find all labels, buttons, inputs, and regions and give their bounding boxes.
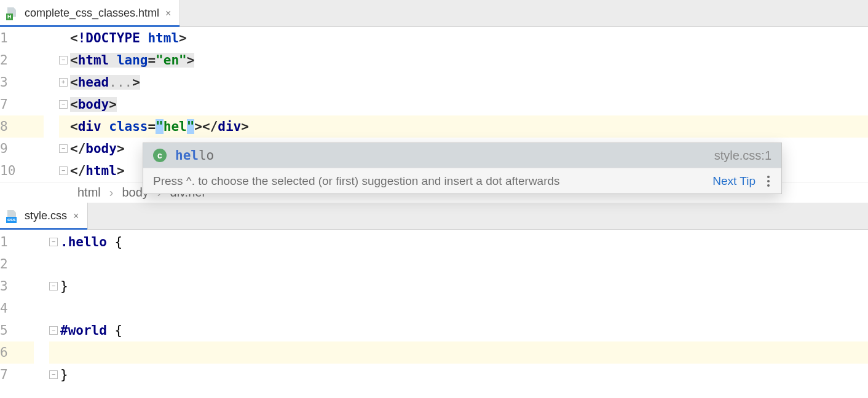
tab-label: style.css [25,209,67,222]
code-column[interactable]: .hello {}#world {} [60,231,868,386]
code-line[interactable]: <head...> [70,71,140,93]
close-icon[interactable]: × [73,211,79,222]
code-line[interactable]: <body> [70,93,117,115]
top-tab-bar: complete_css_classes.html × [0,0,868,27]
completion-popup[interactable]: c hello style.css:1 Press ^. to choose t… [143,142,782,194]
html-file-icon [6,7,18,20]
next-tip-link[interactable]: Next Tip [712,174,756,188]
more-options-icon[interactable] [763,176,774,187]
completion-footer: Press ^. to choose the selected (or firs… [143,168,781,193]
tab-label: complete_css_classes.html [25,7,159,20]
code-line[interactable]: } [60,275,68,297]
fold-toggle-icon[interactable]: − [59,166,68,175]
gutter: 12378910 [0,27,59,182]
bottom-tab-bar: style.css × [0,203,868,230]
breadcrumb-item[interactable]: html [77,185,101,200]
suggestion-text: hello [175,148,214,163]
close-icon[interactable]: × [165,8,171,19]
fold-toggle-icon[interactable]: − [59,144,68,153]
css-file-icon [6,210,18,222]
fold-toggle-icon[interactable]: − [59,100,68,109]
fold-toggle-icon[interactable]: − [59,56,68,64]
fold-column: −+−−− [59,27,70,182]
class-suggestion-icon: c [153,149,167,162]
code-line[interactable]: <div class="hel"></div> [70,115,249,138]
code-line[interactable]: </body> [70,138,125,160]
fold-column: −−−− [49,231,60,386]
bottom-code-area[interactable]: 1234567−−−−.hello {}#world {} [0,230,868,386]
fold-toggle-icon[interactable]: − [49,326,58,335]
fold-toggle-icon[interactable]: + [59,78,68,87]
suggestion-source: style.css:1 [714,149,771,163]
completion-hint: Press ^. to choose the selected (or firs… [153,174,560,188]
completion-item[interactable]: c hello style.css:1 [143,143,781,168]
tab-html-file[interactable]: complete_css_classes.html × [0,0,180,26]
breadcrumb-separator-icon: › [109,185,114,200]
fold-toggle-icon[interactable]: − [49,238,58,246]
code-line[interactable]: } [60,364,68,386]
code-line[interactable]: </html> [70,160,125,182]
code-line[interactable]: <html lang="en"> [70,49,194,71]
code-line[interactable]: <!DOCTYPE html> [70,27,187,49]
tab-css-file[interactable]: style.css × [0,203,88,229]
code-line[interactable]: .hello { [60,231,122,253]
bottom-editor-pane: style.css × 1234567−−−−.hello {}#world {… [0,203,868,386]
code-line[interactable]: #world { [60,319,122,341]
fold-toggle-icon[interactable]: − [49,282,58,291]
gutter: 1234567 [0,231,49,386]
fold-toggle-icon[interactable]: − [49,370,58,379]
